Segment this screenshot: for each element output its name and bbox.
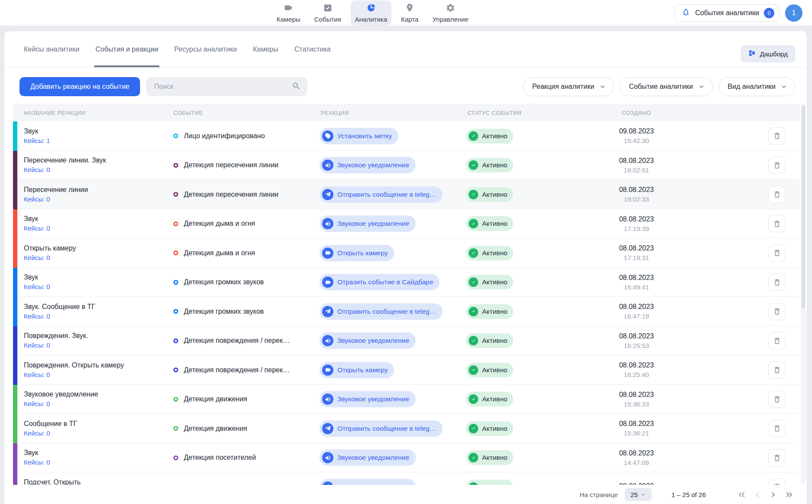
created-time: 18:02:33 <box>595 195 678 203</box>
trash-icon <box>773 424 781 432</box>
first-page-button[interactable] <box>736 489 748 501</box>
status-badge: Активно <box>466 421 513 436</box>
delete-button[interactable] <box>768 390 786 408</box>
per-page-label: На странице <box>580 491 618 498</box>
sound-icon <box>322 159 333 171</box>
cases-link[interactable]: Кейсы: 0 <box>24 371 50 378</box>
reaction-pill[interactable]: Звуковое уведомление <box>320 391 416 407</box>
cases-link[interactable]: Кейсы: 0 <box>24 341 50 349</box>
delete-button[interactable] <box>768 244 786 262</box>
filter-dropdown-вид-аналитики[interactable]: Вид аналитики <box>718 77 796 96</box>
row-color-bar <box>13 297 17 326</box>
prev-page-button[interactable] <box>752 489 763 501</box>
reaction-pill[interactable]: Звуковое уведомление <box>320 157 416 173</box>
delete-button[interactable] <box>768 127 786 145</box>
user-avatar[interactable]: 1 <box>785 4 802 22</box>
cases-link[interactable]: Кейсы: 1 <box>24 137 50 144</box>
created-cell: 08.08.2023 16:25:53 <box>595 332 678 349</box>
scrollbar-thumb[interactable] <box>802 105 805 309</box>
reaction-name-cell: Звук Кейсы: 0 <box>17 273 167 291</box>
delete-button[interactable] <box>768 303 786 320</box>
tab-камеры[interactable]: Камеры <box>253 31 278 67</box>
delete-button[interactable] <box>768 273 786 291</box>
event-name: Лицо идентифицировано <box>184 132 265 140</box>
search-input[interactable] <box>154 83 292 91</box>
created-date: 08.08.2023 <box>595 244 678 252</box>
status-cell: Активно <box>461 246 595 260</box>
cases-link[interactable]: Кейсы: 0 <box>24 400 50 407</box>
cases-link[interactable]: Кейсы: 0 <box>24 195 50 203</box>
dashboard-button[interactable]: Дашборд <box>741 45 795 62</box>
reaction-cell: Звуковое уведомление <box>314 157 461 173</box>
chevron-down-icon <box>698 84 704 90</box>
reaction-name: Повреждения. Звук. <box>24 332 167 340</box>
vertical-scrollbar[interactable] <box>801 104 806 484</box>
filter-dropdown-реакция-аналитики[interactable]: Реакция аналитики <box>523 77 614 96</box>
delete-button[interactable] <box>768 420 786 437</box>
tab-кейсы-аналитики[interactable]: Кейсы аналитики <box>24 31 79 67</box>
reaction-pill[interactable]: Отразить событие в Сайдбаре <box>320 274 440 290</box>
nav-item-камеры[interactable]: Камеры <box>272 0 305 26</box>
reaction-pill[interactable]: Звуковое уведомление <box>320 215 416 232</box>
nav-item-карта[interactable]: Карта <box>397 0 423 26</box>
reaction-name: Сообщение в ТГ <box>24 420 167 428</box>
double-chevron-left-icon <box>737 490 747 500</box>
delete-button[interactable] <box>768 215 786 232</box>
reaction-name: Звуковое уведомление <box>24 390 167 398</box>
cases-link[interactable]: Кейсы: 0 <box>24 458 50 466</box>
nav-item-управление[interactable]: Управление <box>428 0 473 26</box>
row-actions <box>678 273 800 291</box>
status-badge: Активно <box>466 129 513 143</box>
cases-link[interactable]: Кейсы: 0 <box>24 312 50 320</box>
row-actions <box>678 215 800 232</box>
tab-статистика[interactable]: Статистика <box>294 31 331 67</box>
reaction-pill[interactable]: Отправить сообщение в teleg… <box>320 303 443 320</box>
reaction-name-cell: Повреждения. Звук. Кейсы: 0 <box>17 332 167 349</box>
delete-button[interactable] <box>768 186 786 203</box>
reaction-pill[interactable]: Отправить сообщение в teleg… <box>320 186 443 203</box>
filter-dropdown-событие-аналитики[interactable]: Событие аналитики <box>620 77 713 96</box>
created-time: 15:36:21 <box>595 429 678 437</box>
reaction-pill[interactable]: Открыть камеру <box>320 245 394 261</box>
reaction-name: Звук <box>24 449 167 457</box>
delete-button[interactable] <box>768 449 786 466</box>
per-page-select[interactable]: 25 <box>625 488 652 501</box>
reaction-pill[interactable]: Звуковое уведомление <box>320 449 416 466</box>
cases-link[interactable]: Кейсы: 0 <box>24 283 50 290</box>
camera-icon <box>322 276 333 288</box>
created-cell: 08.08.2023 15:36:21 <box>595 420 678 437</box>
table-row: Звук Кейсы: 0 Детекция посетителей Звуко… <box>13 443 800 473</box>
next-page-button[interactable] <box>767 489 779 501</box>
tab-ресурсы-аналитики[interactable]: Ресурсы аналитики <box>174 31 237 67</box>
cases-link[interactable]: Кейсы: 0 <box>24 254 50 261</box>
chevron-right-icon <box>768 490 778 500</box>
nav-item-аналитика[interactable]: Аналитика <box>351 0 391 26</box>
table-row: Повреждения. Открыть камеру Кейсы: 0 Дет… <box>13 355 800 385</box>
delete-button[interactable] <box>768 361 786 379</box>
add-reaction-button[interactable]: Добавить реакцию на событие <box>20 77 140 96</box>
reaction-pill[interactable]: Звуковое уведомление <box>320 332 416 349</box>
status-badge: Активно <box>466 216 513 231</box>
delete-button[interactable] <box>768 156 786 174</box>
last-page-button[interactable] <box>783 489 795 501</box>
created-time: 16:47:19 <box>595 312 678 320</box>
cases-link[interactable]: Кейсы: 0 <box>24 429 50 437</box>
cases-link[interactable]: Кейсы: 0 <box>24 224 50 232</box>
event-name: Детекция повреждения / перек… <box>184 337 290 345</box>
chevron-down-icon <box>641 492 646 497</box>
status-cell: Активно <box>461 333 595 348</box>
reaction-pill[interactable]: Отправить сообщение в teleg… <box>320 420 443 437</box>
reaction-pill[interactable]: Открыть камеру <box>320 362 394 378</box>
row-color-bar <box>13 121 17 151</box>
reaction-cell: Открыть камеру <box>314 362 461 378</box>
status-badge: Активно <box>466 392 513 406</box>
nav-item-события[interactable]: События <box>310 0 346 26</box>
tab-события-и-реакции[interactable]: События и реакции <box>95 31 158 67</box>
delete-button[interactable] <box>768 332 786 349</box>
event-cell: Детекция громких звуков <box>167 278 314 286</box>
trash-icon <box>773 278 781 286</box>
reaction-cell: Звуковое уведомление <box>314 332 461 349</box>
reaction-pill[interactable]: Установить метку <box>320 128 398 144</box>
cases-link[interactable]: Кейсы: 0 <box>24 166 50 173</box>
analytics-events-notification-button[interactable]: События аналитики 0 <box>675 4 779 22</box>
